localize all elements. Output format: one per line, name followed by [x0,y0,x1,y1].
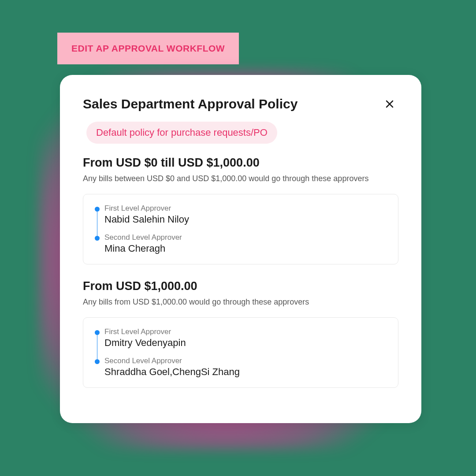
timeline-dot-icon [95,236,100,241]
timeline-dot-icon [95,207,100,212]
approver-level-label: Second Level Approver [104,233,387,242]
tier: From USD $0 till USD $1,000.00 Any bills… [83,156,398,264]
approver-name: Mina Cheragh [104,243,387,254]
approver-name: Shraddha Goel,ChengSi Zhang [104,366,387,378]
timeline-connector [97,210,97,238]
tier-description: Any bills from USD $1,000.00 would go th… [83,298,398,307]
approver-name: Nabid Salehin Niloy [104,214,387,225]
policy-badge: Default policy for purchase requests/PO [86,122,277,144]
timeline-dot-icon [95,330,100,335]
approver-row: Second Level Approver Mina Cheragh [95,233,387,254]
approver-name: Dmitry Vedenyapin [104,337,387,349]
tier-title: From USD $0 till USD $1,000.00 [83,156,398,170]
approver-row: Second Level Approver Shraddha Goel,Chen… [95,357,387,378]
approvers-box: First Level Approver Nabid Salehin Niloy… [83,194,398,264]
timeline-dot-icon [95,359,100,364]
close-button[interactable] [381,95,398,113]
timeline-connector [97,334,97,361]
tier-title: From USD $1,000.00 [83,279,398,293]
approvers-box: First Level Approver Dmitry Vedenyapin S… [83,317,398,388]
approver-row: First Level Approver Dmitry Vedenyapin [95,327,387,349]
edit-workflow-button[interactable]: EDIT AP APPROVAL WORKFLOW [57,33,239,64]
close-icon [384,99,395,109]
card-header: Sales Department Approval Policy [83,95,398,113]
approver-level-label: First Level Approver [104,204,387,213]
approver-row: First Level Approver Nabid Salehin Niloy [95,204,387,225]
approver-level-label: First Level Approver [104,327,387,336]
card-title: Sales Department Approval Policy [83,97,298,112]
approval-policy-card: Sales Department Approval Policy Default… [60,75,421,423]
tier-description: Any bills between USD $0 and USD $1,000.… [83,174,398,183]
tier: From USD $1,000.00 Any bills from USD $1… [83,279,398,388]
approver-level-label: Second Level Approver [104,357,387,365]
